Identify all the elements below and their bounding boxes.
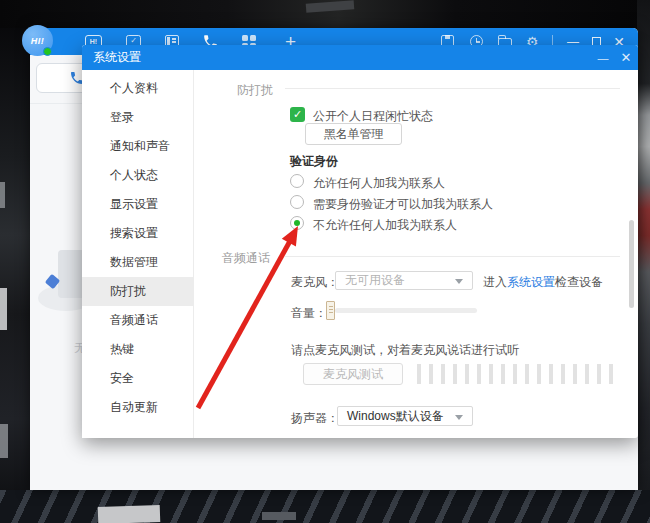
sidebar-item-4[interactable]: 显示设置 xyxy=(82,190,193,219)
microphone-value: 无可用设备 xyxy=(345,272,405,289)
wallpaper-detail xyxy=(98,505,161,523)
sidebar-item-0[interactable]: 个人资料 xyxy=(82,74,193,103)
speaker-dropdown[interactable]: Windows默认设备 xyxy=(337,406,473,426)
radio-circle xyxy=(290,195,304,209)
meter-bar xyxy=(417,364,421,384)
microphone-dropdown[interactable]: 无可用设备 xyxy=(335,271,473,290)
sidebar-item-11[interactable]: 自动更新 xyxy=(82,393,193,422)
sidebar-items: 个人资料登录通知和声音个人状态显示设置搜索设置数据管理防打扰音频通话热键安全自动… xyxy=(82,70,193,422)
radio-circle xyxy=(290,174,304,188)
wallpaper-detail xyxy=(0,424,8,458)
schedule-status-checkbox[interactable]: ✓ xyxy=(290,107,305,122)
meter-bar xyxy=(537,364,541,384)
section-divider xyxy=(285,256,620,257)
sidebar-item-2[interactable]: 通知和声音 xyxy=(82,132,193,161)
meter-bar xyxy=(573,364,577,384)
volume-slider-track[interactable] xyxy=(335,308,477,313)
meter-bar xyxy=(429,364,433,384)
meter-bar xyxy=(549,364,553,384)
meter-bar xyxy=(477,364,481,384)
sidebar-item-1[interactable]: 登录 xyxy=(82,103,193,132)
dialog-close-button[interactable]: ✕ xyxy=(615,45,637,70)
chevron-down-icon xyxy=(455,415,463,420)
avatar-logo-text: HI! xyxy=(31,36,45,46)
meter-bar xyxy=(585,364,589,384)
online-status-dot xyxy=(43,47,52,56)
desktop-wallpaper-right xyxy=(637,0,650,523)
meter-bar xyxy=(525,364,529,384)
chevron-down-icon xyxy=(455,279,463,284)
volume-label: 音量： xyxy=(291,305,327,322)
meter-bar xyxy=(501,364,505,384)
meter-bar xyxy=(513,364,517,384)
mic-level-meter xyxy=(417,364,617,384)
sidebar-item-5[interactable]: 搜索设置 xyxy=(82,219,193,248)
meter-bar xyxy=(453,364,457,384)
sidebar-item-7[interactable]: 防打扰 xyxy=(82,277,193,306)
wallpaper-detail xyxy=(0,182,5,208)
dialog-scrollbar-thumb[interactable] xyxy=(629,220,634,308)
settings-dialog: 系统设置 — ✕ 个人资料登录通知和声音个人状态显示设置搜索设置数据管理防打扰音… xyxy=(82,45,638,438)
section-title-dnd: 防打扰 xyxy=(237,82,273,99)
mic-test-button[interactable]: 麦克风测试 xyxy=(303,363,403,385)
dialog-header[interactable]: 系统设置 — ✕ xyxy=(82,45,638,70)
desktop: HI! H! ✓ + xyxy=(0,0,650,523)
dialog-minimize-button[interactable]: — xyxy=(592,45,614,70)
mic-test-hint: 请点麦克风测试，对着麦克风说话进行试听 xyxy=(291,342,519,359)
settings-sidebar: 个人资料登录通知和声音个人状态显示设置搜索设置数据管理防打扰音频通话热键安全自动… xyxy=(82,70,194,438)
settings-content: 防打扰 ✓ 公开个人日程闲忙状态 黑名单管理 验证身份 允许任何人加我为联系人 … xyxy=(195,70,638,438)
wallpaper-detail xyxy=(262,512,296,520)
sidebar-item-8[interactable]: 音频通话 xyxy=(82,306,193,335)
system-settings-link[interactable]: 系统设置 xyxy=(507,275,555,289)
meter-bar xyxy=(465,364,469,384)
sidebar-item-3[interactable]: 个人状态 xyxy=(82,161,193,190)
meter-bar xyxy=(597,364,601,384)
sidebar-item-9[interactable]: 热键 xyxy=(82,335,193,364)
meter-bar xyxy=(489,364,493,384)
meter-bar xyxy=(609,364,613,384)
meter-bar xyxy=(441,364,445,384)
speaker-value: Windows默认设备 xyxy=(347,407,444,425)
volume-slider-handle[interactable] xyxy=(326,301,335,320)
hint-prefix: 进入 xyxy=(483,275,507,289)
radio-label: 需要身份验证才可以加我为联系人 xyxy=(313,196,493,213)
radio-label: 允许任何人加我为联系人 xyxy=(313,175,445,192)
mic-settings-hint: 进入系统设置检查设备 xyxy=(483,274,603,291)
sidebar-item-6[interactable]: 数据管理 xyxy=(82,248,193,277)
blacklist-manage-button[interactable]: 黑名单管理 xyxy=(305,123,402,145)
section-title-audio: 音频通话 xyxy=(222,250,270,267)
speaker-label: 扬声器： xyxy=(291,410,339,427)
sidebar-item-10[interactable]: 安全 xyxy=(82,364,193,393)
section-divider xyxy=(285,88,620,89)
wallpaper-detail xyxy=(0,288,7,330)
radio-label: 不允许任何人加我为联系人 xyxy=(313,217,457,234)
dialog-title: 系统设置 xyxy=(93,45,141,70)
microphone-label: 麦克风： xyxy=(291,274,339,291)
meter-bar xyxy=(561,364,565,384)
verify-identity-title: 验证身份 xyxy=(290,153,338,170)
radio-circle-selected xyxy=(290,216,304,230)
hint-suffix: 检查设备 xyxy=(555,275,603,289)
